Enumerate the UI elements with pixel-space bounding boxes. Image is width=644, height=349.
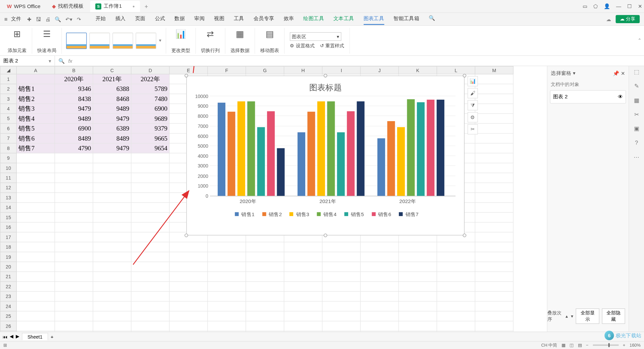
status-mode-icon[interactable]: ⊞ xyxy=(3,343,7,347)
tab-text-tools[interactable]: 文本工具 xyxy=(333,13,354,25)
rib-reset-style[interactable]: ↺ 重置样式 xyxy=(320,43,344,49)
chart-style-4[interactable] xyxy=(136,33,156,49)
rail-layers-icon[interactable]: ▦ xyxy=(634,97,639,103)
qat-preview-icon[interactable]: 🔍 xyxy=(55,16,61,22)
window-maximize[interactable]: ☐ xyxy=(627,3,632,9)
chart-brush-icon[interactable]: 🖌 xyxy=(468,88,478,98)
rail-more-icon[interactable]: ⋯ xyxy=(634,154,639,160)
rib-change-type[interactable]: 📊更改类型 xyxy=(166,28,196,54)
qat-save-icon[interactable]: 🖫 xyxy=(36,16,41,22)
hamburger-icon[interactable]: ≡ xyxy=(4,16,8,22)
tab-formula[interactable]: 公式 xyxy=(155,13,165,25)
window-cube-icon[interactable]: ⬠ xyxy=(593,3,598,9)
app-tab-workbook[interactable]: S工作簿1• xyxy=(90,1,140,12)
ribbon-tabs: 开始 插入 页面 公式 数据 审阅 视图 工具 会员专享 效率 绘图工具 文本工… xyxy=(96,13,435,25)
chart-area-select[interactable]: 图表区▾ xyxy=(290,32,341,41)
close-pane-icon[interactable]: ✕ xyxy=(621,70,625,76)
resize-handle[interactable] xyxy=(184,234,188,237)
ribbon-collapse-icon[interactable]: ⌃ xyxy=(638,38,642,44)
qat-new-icon[interactable]: ✚ xyxy=(27,16,32,22)
view-normal-icon[interactable]: ▦ xyxy=(561,343,566,347)
chart-settings-icon[interactable]: ⚙ xyxy=(468,112,478,122)
chart-plot-area[interactable]: 0100020003000400050006000700080009000100… xyxy=(210,97,455,196)
window-avatar-icon[interactable]: 👤 xyxy=(604,3,610,9)
rail-select-icon[interactable]: ⬚ xyxy=(634,69,639,75)
rib-switch-rowcol[interactable]: ⇄切换行列 xyxy=(196,28,225,54)
tab-insert[interactable]: 插入 xyxy=(115,13,126,25)
qat-undo-icon[interactable]: ↶▾ xyxy=(65,16,72,22)
rail-image-icon[interactable]: ▣ xyxy=(634,126,639,132)
spreadsheet-grid[interactable]: ◢ABCDEFGHIJKLM12020年2021年2022年2销售1934663… xyxy=(0,66,547,335)
pane-item-chart2[interactable]: 图表 2👁 xyxy=(550,90,626,104)
tab-page[interactable]: 页面 xyxy=(135,13,146,25)
tab-tools[interactable]: 工具 xyxy=(234,13,244,25)
chart-tool-icon[interactable]: ✂ xyxy=(468,124,478,135)
rail-help-icon[interactable]: ? xyxy=(635,140,638,146)
zoom-formula-icon[interactable]: 🔍 xyxy=(58,58,65,64)
resize-handle[interactable] xyxy=(463,74,466,77)
resize-handle[interactable] xyxy=(184,74,188,77)
tab-data[interactable]: 数据 xyxy=(174,13,185,25)
zoom-out[interactable]: − xyxy=(586,343,588,347)
chart-style-3[interactable] xyxy=(112,33,133,49)
cloud-icon[interactable]: ☁ xyxy=(606,16,611,22)
tab-view[interactable]: 视图 xyxy=(214,13,224,25)
tab-efficiency[interactable]: 效率 xyxy=(284,13,294,25)
rib-select-data[interactable]: ▦选择数据 xyxy=(225,28,255,54)
hide-all-button[interactable]: 全部隐藏 xyxy=(602,308,625,324)
formula-bar: 图表 2▾ 🔍fx xyxy=(0,56,644,66)
window-topmode-icon[interactable]: ▭ xyxy=(583,3,587,9)
sheet-nav-next[interactable]: ▶ xyxy=(16,334,19,340)
fx-label: fx xyxy=(68,58,72,64)
pin-icon[interactable]: 📌 xyxy=(613,70,619,76)
tab-member[interactable]: 会员专享 xyxy=(254,13,274,25)
resize-handle[interactable] xyxy=(324,234,327,237)
new-tab-button[interactable]: + xyxy=(141,3,152,9)
selection-pane: 选择窗格 ▾ 📌 ✕ 文档中的对象 图表 2👁 叠放次序▴▾ 全部显示 全部隐藏 xyxy=(547,66,629,335)
tab-start[interactable]: 开始 xyxy=(96,13,106,25)
zoom-level[interactable]: 160% xyxy=(630,343,641,347)
chevron-down-icon[interactable]: ▾ xyxy=(159,38,162,44)
resize-handle[interactable] xyxy=(324,74,327,77)
add-sheet-button[interactable]: + xyxy=(51,334,53,339)
rail-tools-icon[interactable]: ✂ xyxy=(634,111,639,118)
right-rail: ⬚ ✎ ▦ ✂ ▣ ? ⋯ xyxy=(629,66,644,335)
view-reader-icon[interactable]: ▤ xyxy=(578,343,582,347)
rib-move-chart[interactable]: ▤移动图表 xyxy=(255,28,284,54)
show-all-button[interactable]: 全部显示 xyxy=(576,308,599,324)
resize-handle[interactable] xyxy=(463,234,466,237)
tab-review[interactable]: 审阅 xyxy=(194,13,205,25)
rib-set-format[interactable]: ⚙ 设置格式 xyxy=(290,43,315,49)
chart-object[interactable]: 图表标题 01000200030004000500060007000800090… xyxy=(186,76,465,235)
pane-subtitle: 文档中的对象 xyxy=(551,81,625,88)
sheet-nav-prev[interactable]: ◀ xyxy=(10,334,13,340)
rib-quick-layout[interactable]: ☰快速布局 xyxy=(32,28,62,54)
sheet-tab-1[interactable]: Sheet1 xyxy=(22,333,48,340)
lang-indicator[interactable]: CH 中简 xyxy=(541,342,557,348)
qat-redo-icon[interactable]: ↷ xyxy=(77,16,81,22)
rail-edit-icon[interactable]: ✎ xyxy=(634,83,639,89)
app-tab-template[interactable]: ◆找稻壳模板 xyxy=(47,1,89,12)
window-minimize[interactable]: — xyxy=(616,3,621,9)
search-icon[interactable]: 🔍 xyxy=(429,13,435,25)
qat-print-icon[interactable]: 🖨 xyxy=(45,16,50,22)
name-box[interactable]: 图表 2▾ xyxy=(0,56,55,65)
chart-element-btn[interactable]: 📊 xyxy=(468,76,478,87)
zoom-in[interactable]: + xyxy=(623,343,625,347)
rib-add-element[interactable]: ⊞添加元素 xyxy=(3,28,32,54)
tab-smart-tools[interactable]: 智能工具箱 xyxy=(393,13,419,25)
window-close[interactable]: ✕ xyxy=(638,3,642,9)
app-tab-wps[interactable]: WWPS Office xyxy=(2,1,46,12)
tab-drawing-tools[interactable]: 绘图工具 xyxy=(303,13,324,25)
chart-legend[interactable]: 销售1销售2销售3销售4销售5销售6销售7 xyxy=(187,211,464,218)
file-menu[interactable]: 文件 xyxy=(11,15,21,23)
view-page-icon[interactable]: ◫ xyxy=(570,343,574,347)
eye-icon[interactable]: 👁 xyxy=(618,94,623,100)
share-button[interactable]: ☁ 分享 xyxy=(615,15,640,23)
chart-title[interactable]: 图表标题 xyxy=(187,82,464,93)
sheet-nav-first[interactable]: ⏮ xyxy=(3,334,7,339)
chart-style-1[interactable] xyxy=(66,33,87,49)
tab-chart-tools[interactable]: 图表工具 xyxy=(364,13,384,25)
chart-style-2[interactable] xyxy=(89,33,110,49)
chart-filter-icon[interactable]: ⧩ xyxy=(468,100,478,110)
